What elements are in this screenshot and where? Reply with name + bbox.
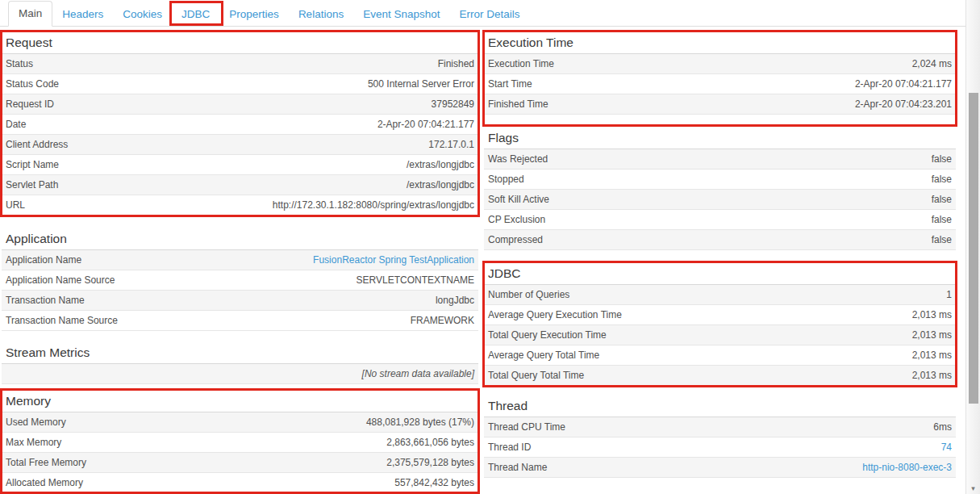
table-row: Thread ID74 <box>484 437 956 458</box>
tab-event-snapshot[interactable]: Event Snapshot <box>353 2 449 27</box>
row-value: 2,013 ms <box>912 329 952 341</box>
row-label: Thread ID <box>488 442 531 453</box>
tab-bar: MainHeadersCookiesJDBCPropertiesRelation… <box>0 0 980 27</box>
table-row: Status Code500 Internal Server Error <box>2 74 478 94</box>
row-label: Finished Time <box>488 98 548 110</box>
row-label: Average Query Total Time <box>488 350 599 361</box>
section-request: RequestStatusFinishedStatus Code500 Inte… <box>2 32 478 216</box>
table-row: Was Rejectedfalse <box>484 149 956 170</box>
row-value: FRAMEWORK <box>411 315 474 326</box>
table-row: Transaction Name SourceFRAMEWORK <box>2 311 478 331</box>
section-application: ApplicationApplication NameFusionReactor… <box>2 228 478 331</box>
row-label: Average Query Execution Time <box>488 309 622 320</box>
table-row: Application Name SourceSERVLETCONTEXTNAM… <box>2 270 478 291</box>
row-label: Max Memory <box>6 437 61 448</box>
row-label: Execution Time <box>488 58 554 69</box>
tab-headers[interactable]: Headers <box>52 2 113 27</box>
row-value: 500 Internal Server Error <box>368 78 474 90</box>
scrollbar-thumb[interactable] <box>969 93 978 404</box>
row-label: Total Query Total Time <box>488 370 584 381</box>
row-label: Status <box>6 58 33 69</box>
row-value: 1 <box>946 289 952 300</box>
row-label: Used Memory <box>6 417 66 428</box>
row-label: Thread Name <box>488 462 547 473</box>
row-label: Script Name <box>6 159 59 170</box>
row-value: 6ms <box>933 421 952 433</box>
table-row: Execution Time2,024 ms <box>484 54 956 74</box>
row-label: Request ID <box>6 98 54 110</box>
row-label: Application Name <box>6 254 81 266</box>
table-row: Date2-Apr-20 07:04:21.177 <box>2 115 478 135</box>
row-value-link[interactable]: FusionReactor Spring TestApplication <box>313 254 474 266</box>
row-value: 2-Apr-20 07:04:21.177 <box>855 78 952 90</box>
row-label: Total Query Execution Time <box>488 329 607 341</box>
tab-properties[interactable]: Properties <box>219 2 289 27</box>
table-row: Transaction NamelongJdbc <box>2 291 478 311</box>
section-flags: FlagsWas RejectedfalseStoppedfalseSoft K… <box>484 128 956 250</box>
row-value: [No stream data available] <box>362 368 474 379</box>
row-value: false <box>932 234 952 245</box>
table-row: Servlet Path/extras/longjdbc <box>2 175 478 195</box>
table-row: Thread CPU Time6ms <box>484 417 956 437</box>
section-title: JDBC <box>484 263 956 285</box>
row-value: false <box>932 214 952 225</box>
section-execution-time: Execution TimeExecution Time2,024 msStar… <box>484 32 956 115</box>
row-value: 2,863,661,056 bytes <box>386 437 474 448</box>
table-row: StatusFinished <box>2 54 478 74</box>
section-title: Application <box>2 228 478 250</box>
table-row: Max Memory2,863,661,056 bytes <box>2 433 478 453</box>
row-label: Transaction Name Source <box>6 315 118 326</box>
row-value: 2,013 ms <box>912 309 952 320</box>
table-row: Compressedfalse <box>484 230 956 250</box>
row-label: Application Name Source <box>6 274 115 286</box>
scrollbar-down-arrow-icon[interactable]: ▾ <box>966 484 980 492</box>
row-value: 2-Apr-20 07:04:21.177 <box>377 119 474 130</box>
row-label: Start Time <box>488 78 532 90</box>
table-row: Total Free Memory2,375,579,128 bytes <box>2 453 478 473</box>
section-memory: MemoryUsed Memory488,081,928 bytes (17%)… <box>2 391 478 493</box>
row-value: 2-Apr-20 07:04:23.201 <box>855 98 952 110</box>
left-column: RequestStatusFinishedStatus Code500 Inte… <box>2 27 478 493</box>
table-row: Application NameFusionReactor Spring Tes… <box>2 250 478 270</box>
row-value-link[interactable]: 74 <box>941 442 952 453</box>
section-title: Memory <box>2 391 478 412</box>
tab-relations[interactable]: Relations <box>289 2 353 27</box>
row-value: 2,375,579,128 bytes <box>386 457 474 468</box>
row-label: Soft Kill Active <box>488 194 549 205</box>
row-label: URL <box>6 199 25 211</box>
row-label: Number of Queries <box>488 289 569 300</box>
row-label: Allocated Memory <box>6 477 83 488</box>
section-title: Thread <box>484 396 956 417</box>
row-value-link[interactable]: http-nio-8080-exec-3 <box>862 462 952 473</box>
row-value: 172.17.0.1 <box>428 139 474 150</box>
row-value: false <box>932 174 952 185</box>
row-value: 37952849 <box>432 98 474 110</box>
table-row: Soft Kill Activefalse <box>484 190 956 210</box>
section-title: Stream Metrics <box>2 342 478 364</box>
row-label: Servlet Path <box>6 179 58 190</box>
tab-main[interactable]: Main <box>8 1 52 27</box>
section-title: Execution Time <box>484 32 956 54</box>
row-value: SERVLETCONTEXTNAME <box>357 274 474 286</box>
row-label: CP Exclusion <box>488 214 545 225</box>
table-row: Average Query Total Time2,013 ms <box>484 345 956 366</box>
table-row: Finished Time2-Apr-20 07:04:23.201 <box>484 94 956 115</box>
row-label: Compressed <box>488 234 543 245</box>
tab-jdbc[interactable]: JDBC <box>172 2 219 27</box>
row-value: http://172.30.1.182:8080/spring/extras/l… <box>273 199 474 211</box>
tab-cookies[interactable]: Cookies <box>113 2 172 27</box>
row-value: 557,842,432 bytes <box>394 477 474 488</box>
row-label: Was Rejected <box>488 153 548 165</box>
table-row: [No stream data available] <box>2 364 478 384</box>
section-stream-metrics: Stream Metrics[No stream data available] <box>2 342 478 384</box>
row-label: Total Free Memory <box>6 457 86 468</box>
row-label: Client Address <box>6 139 68 150</box>
row-value: 488,081,928 bytes (17%) <box>366 417 474 428</box>
table-row: Stoppedfalse <box>484 170 956 190</box>
vertical-scrollbar[interactable]: ▾ <box>965 0 980 494</box>
table-row: Total Query Execution Time2,013 ms <box>484 325 956 345</box>
row-value: /extras/longjdbc <box>407 179 474 190</box>
row-label: Status Code <box>6 78 59 90</box>
tab-error-details[interactable]: Error Details <box>449 2 529 27</box>
section-title: Request <box>2 32 478 54</box>
